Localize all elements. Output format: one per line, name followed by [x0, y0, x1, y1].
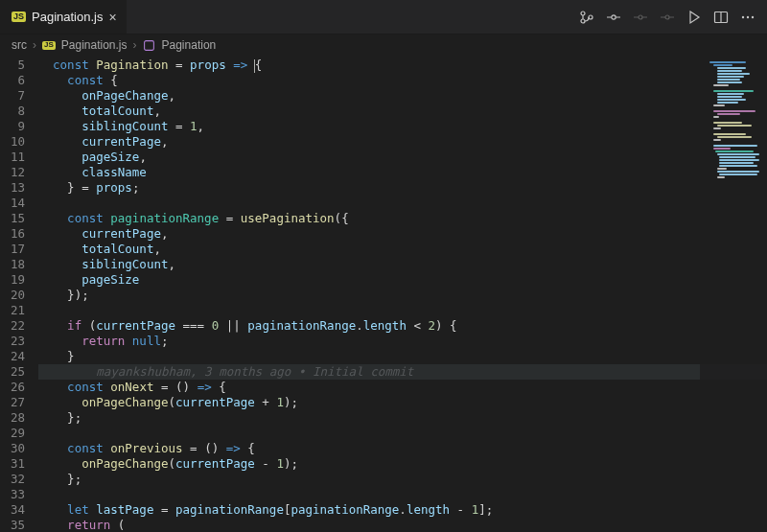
code-line[interactable]: });	[38, 288, 767, 303]
commit-nav-next-icon[interactable]	[660, 10, 675, 25]
line-number: 32	[0, 472, 38, 487]
minimap-line	[717, 73, 750, 75]
code-line[interactable]: return null;	[38, 334, 767, 349]
svg-rect-10	[145, 40, 154, 50]
minimap-line	[717, 67, 746, 69]
line-number: 16	[0, 226, 38, 242]
code-line[interactable]: const onNext = () => {	[38, 380, 767, 395]
code-line[interactable]: const Pagination = props => {	[38, 58, 767, 73]
minimap-line	[717, 76, 744, 78]
commit-nav-prev-icon[interactable]	[633, 10, 648, 25]
minimap-line	[715, 150, 754, 152]
code-line[interactable]: currentPage,	[38, 226, 767, 242]
code-line[interactable]: currentPage,	[38, 134, 767, 150]
code-line[interactable]: onPageChange(currentPage + 1);	[38, 395, 767, 410]
minimap[interactable]	[700, 56, 767, 532]
tab-pagination-js[interactable]: JS Pagination.js ×	[0, 0, 128, 34]
code-line[interactable]	[38, 487, 767, 502]
line-number: 6	[0, 73, 38, 88]
minimap-line	[719, 173, 757, 175]
line-number: 14	[0, 196, 38, 211]
code-line[interactable]: return (	[38, 518, 767, 532]
svg-point-5	[665, 15, 669, 19]
more-actions-icon[interactable]	[740, 10, 755, 25]
line-number: 8	[0, 104, 38, 119]
code-line[interactable]: totalCount,	[38, 242, 767, 257]
minimap-line	[713, 122, 742, 124]
code-line[interactable]: mayankshubham, 3 months ago • Initial co…	[38, 364, 767, 380]
code-line[interactable]: totalCount,	[38, 104, 767, 119]
code-line[interactable]: const paginationRange = usePagination({	[38, 211, 767, 226]
code-line[interactable]	[38, 426, 767, 441]
line-number: 30	[0, 441, 38, 456]
titlebar: JS Pagination.js ×	[0, 0, 767, 35]
line-number: 15	[0, 211, 38, 226]
js-file-icon: JS	[42, 41, 56, 50]
code-area[interactable]: const Pagination = props => { const { on…	[38, 56, 767, 532]
code-line[interactable]: const onPrevious = () => {	[38, 441, 767, 456]
code-line[interactable]: let lastPage = paginationRange[paginatio…	[38, 502, 767, 518]
line-number: 10	[0, 134, 38, 150]
minimap-line	[713, 116, 719, 118]
minimap-line	[713, 127, 721, 129]
minimap-line	[713, 133, 746, 135]
minimap-line	[713, 148, 731, 150]
svg-point-1	[581, 19, 585, 23]
code-line[interactable]	[38, 303, 767, 318]
js-file-icon: JS	[12, 12, 26, 22]
gitlens-blame: mayankshubham, 3 months ago • Initial co…	[38, 364, 413, 379]
line-number: 31	[0, 456, 38, 472]
breadcrumb-symbol[interactable]: Pagination	[162, 38, 217, 52]
line-number: 22	[0, 318, 38, 334]
line-number: 21	[0, 303, 38, 318]
svg-point-8	[747, 15, 749, 17]
minimap-line	[713, 110, 755, 112]
code-line[interactable]: };	[38, 472, 767, 487]
commit-nav-current-icon[interactable]	[606, 10, 621, 25]
line-number: 23	[0, 334, 38, 349]
line-number: 24	[0, 349, 38, 364]
line-number: 5	[0, 58, 38, 73]
minimap-line	[719, 156, 755, 158]
code-line[interactable]: onPageChange,	[38, 88, 767, 104]
line-number: 29	[0, 426, 38, 441]
minimap-line	[719, 159, 759, 161]
run-icon[interactable]	[686, 10, 702, 25]
line-number: 20	[0, 288, 38, 303]
chevron-right-icon: ›	[33, 38, 36, 52]
code-line[interactable]: onPageChange(currentPage - 1);	[38, 456, 767, 472]
line-number: 35	[0, 518, 38, 532]
minimap-line	[717, 168, 727, 170]
code-line[interactable]: if (currentPage === 0 || paginationRange…	[38, 318, 767, 334]
editor[interactable]: 5678910111213141516171819202122232425262…	[0, 56, 767, 532]
editor-title-actions	[579, 10, 767, 25]
svg-point-3	[612, 14, 616, 18]
minimap-line	[717, 102, 738, 104]
code-line[interactable]: } = props;	[38, 180, 767, 196]
code-line[interactable]: }	[38, 349, 767, 364]
code-line[interactable]: pageSize	[38, 272, 767, 288]
split-editor-icon[interactable]	[713, 10, 729, 25]
svg-point-7	[742, 15, 744, 17]
breadcrumb[interactable]: src › JS Pagination.js › Pagination	[0, 35, 767, 56]
code-line[interactable]: pageSize,	[38, 150, 767, 165]
line-numbers-gutter: 5678910111213141516171819202122232425262…	[0, 56, 38, 532]
code-line[interactable]: className	[38, 165, 767, 180]
code-line[interactable]	[38, 196, 767, 211]
minimap-line	[717, 125, 752, 127]
tab-label: Pagination.js	[32, 10, 103, 24]
line-number: 9	[0, 119, 38, 134]
code-line[interactable]: const {	[38, 73, 767, 88]
code-line[interactable]: siblingCount,	[38, 257, 767, 272]
minimap-line	[717, 136, 752, 138]
close-icon[interactable]: ×	[108, 11, 116, 24]
source-control-icon[interactable]	[579, 10, 594, 25]
breadcrumb-file[interactable]: Pagination.js	[61, 38, 128, 52]
breadcrumb-folder[interactable]: src	[12, 38, 27, 52]
code-line[interactable]: };	[38, 410, 767, 426]
line-number: 34	[0, 502, 38, 518]
minimap-line	[717, 93, 744, 95]
minimap-line	[713, 90, 754, 92]
code-line[interactable]: siblingCount = 1,	[38, 119, 767, 134]
minimap-line	[717, 99, 746, 101]
